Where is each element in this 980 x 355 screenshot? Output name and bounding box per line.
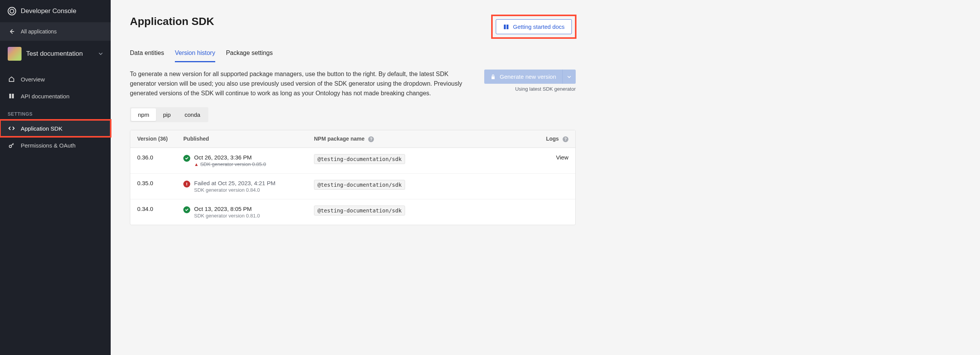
home-icon: [8, 75, 15, 83]
nav-permissions-oauth[interactable]: Permissions & OAuth: [0, 137, 111, 154]
header-logs: Logs ?: [530, 136, 568, 142]
header-published: Published: [183, 136, 314, 142]
settings-section-label: SETTINGS: [0, 105, 111, 120]
view-logs-link[interactable]: View: [556, 154, 568, 161]
console-title: Developer Console: [21, 7, 76, 15]
generate-new-version-button[interactable]: Generate new version: [484, 70, 562, 84]
docs-button-highlight: Getting started docs: [492, 15, 576, 38]
versions-table: Version (36) Published NPM package name …: [130, 130, 576, 225]
logs-cell: View: [530, 154, 568, 161]
help-icon[interactable]: ?: [563, 136, 568, 142]
published-date: Oct 13, 2023, 8:05 PM: [194, 206, 260, 212]
back-all-applications[interactable]: All applications: [0, 22, 111, 41]
table-row: 0.34.0Oct 13, 2023, 8:05 PMSDK generator…: [130, 199, 575, 225]
published-date: Oct 26, 2023, 3:36 PM: [194, 154, 266, 161]
nav-api-documentation[interactable]: API documentation: [0, 88, 111, 105]
main-content: Application SDK Getting started docs Dat…: [111, 0, 595, 355]
package-cell: @testing-documentation/sdk: [314, 206, 530, 216]
generator-version-sub: SDK generator version 0.84.0: [194, 187, 276, 193]
tab-package-settings[interactable]: Package settings: [226, 47, 273, 62]
nav-overview-label: Overview: [21, 76, 45, 83]
nav-app-sdk-label: Application SDK: [21, 125, 62, 132]
published-cell: Failed at Oct 25, 2023, 4:21 PMSDK gener…: [183, 180, 314, 193]
nav-overview[interactable]: Overview: [0, 71, 111, 88]
nav-application-sdk[interactable]: Application SDK: [0, 120, 111, 137]
book-icon: [503, 24, 509, 30]
package-cell: @testing-documentation/sdk: [314, 154, 530, 164]
pm-tab-npm[interactable]: npm: [131, 108, 156, 121]
warning-icon: ▲: [194, 162, 199, 167]
table-header: Version (36) Published NPM package name …: [130, 130, 575, 148]
app-logo-icon: [8, 7, 16, 15]
version-number: 0.36.0: [137, 154, 183, 161]
sidebar-header: Developer Console: [0, 0, 111, 22]
table-row: 0.36.0Oct 26, 2023, 3:36 PM▲SDK generato…: [130, 148, 575, 174]
pm-tab-conda[interactable]: conda: [178, 108, 207, 121]
version-number: 0.35.0: [137, 180, 183, 186]
help-icon[interactable]: ?: [368, 136, 374, 142]
table-row: 0.35.0Failed at Oct 25, 2023, 4:21 PMSDK…: [130, 174, 575, 199]
generate-subtext: Using latest SDK generator: [515, 86, 576, 92]
package-cell: @testing-documentation/sdk: [314, 180, 530, 190]
generate-button-label: Generate new version: [500, 73, 556, 80]
package-name-code[interactable]: @testing-documentation/sdk: [314, 154, 405, 164]
tab-data-entities[interactable]: Data entities: [130, 47, 164, 62]
nav-api-doc-label: API documentation: [21, 93, 70, 100]
generator-version-sub: SDK generator version 0.81.0: [194, 213, 260, 219]
key-icon: [8, 141, 15, 149]
app-selector[interactable]: Test documentation: [0, 41, 111, 67]
package-name-code[interactable]: @testing-documentation/sdk: [314, 206, 405, 216]
published-date: Failed at Oct 25, 2023, 4:21 PM: [194, 180, 276, 186]
content-tabs: Data entities Version history Package se…: [130, 47, 576, 63]
generator-version-sub: ▲SDK generator version 0.85.0: [194, 161, 266, 167]
pm-tab-pip[interactable]: pip: [156, 108, 178, 121]
check-circle-icon: [183, 206, 190, 213]
page-title: Application SDK: [130, 15, 214, 28]
chevron-down-icon: [98, 51, 103, 56]
sidebar: Developer Console All applications Test …: [0, 0, 111, 355]
page-header: Application SDK Getting started docs: [130, 15, 576, 38]
published-cell: Oct 26, 2023, 3:36 PM▲SDK generator vers…: [183, 154, 314, 167]
code-icon: [8, 124, 15, 132]
back-label: All applications: [21, 28, 56, 35]
tab-version-history[interactable]: Version history: [175, 47, 215, 62]
version-number: 0.34.0: [137, 206, 183, 212]
published-cell: Oct 13, 2023, 8:05 PMSDK generator versi…: [183, 206, 314, 219]
description-text: To generate a new version for all suppor…: [130, 70, 469, 98]
docs-button-label: Getting started docs: [513, 23, 565, 30]
arrow-left-icon: [8, 28, 15, 35]
check-circle-icon: [183, 155, 190, 162]
header-package: NPM package name ?: [314, 136, 530, 142]
package-manager-tabs: npm pip conda: [130, 107, 208, 122]
header-version: Version (36): [137, 136, 183, 142]
sidebar-nav: Overview API documentation SETTINGS Appl…: [0, 67, 111, 158]
generate-dropdown-button[interactable]: [562, 70, 576, 84]
package-name-code[interactable]: @testing-documentation/sdk: [314, 180, 405, 190]
generate-button-group: Generate new version: [484, 70, 576, 84]
nav-perm-oauth-label: Permissions & OAuth: [21, 142, 76, 149]
getting-started-docs-button[interactable]: Getting started docs: [496, 19, 572, 34]
app-name: Test documentation: [26, 50, 94, 58]
book-icon: [8, 92, 15, 100]
description-row: To generate a new version for all suppor…: [130, 70, 576, 98]
generate-column: Generate new version Using latest SDK ge…: [484, 70, 576, 92]
error-circle-icon: [183, 181, 190, 187]
lock-icon: [490, 74, 496, 80]
app-avatar-icon: [8, 47, 22, 61]
